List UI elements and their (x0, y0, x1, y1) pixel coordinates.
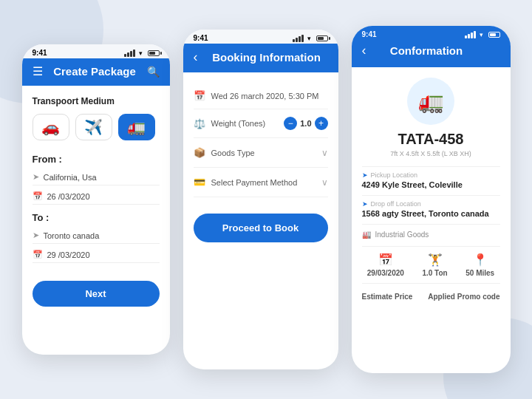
status-time-1: 9:41 (33, 49, 47, 57)
estimate-price-link[interactable]: Estimate Price (362, 293, 413, 301)
weight-row: ⚖️ Weight (Tones) − 1.0 + (194, 109, 328, 138)
transport-truck[interactable]: 🚛 (118, 114, 155, 140)
to-location-icon: ➤ (33, 231, 39, 240)
phone1-header: ☰ Create Package 🔍 (22, 58, 170, 86)
from-label: From : (33, 154, 160, 165)
distance-chip: 📍 50 Miles (466, 253, 494, 277)
phone1: 9:41 ▾ ☰ Create Package 🔍 Transpoort Med… (22, 44, 170, 355)
phone2: 9:41 ▾ ‹ Booking Information 📅 Wed 26 ma… (183, 30, 338, 369)
weight-increase-button[interactable]: + (315, 117, 328, 130)
datetime-row: 📅 Wed 26 march 2020, 5:30 PM (194, 83, 328, 109)
proceed-button[interactable]: Proceed to Book (194, 214, 328, 242)
status-icons-1: ▾ (124, 50, 160, 57)
transport-options: 🚗 ✈️ 🚛 (33, 114, 160, 140)
goods-type-row[interactable]: 📦 Goods Type ∨ (194, 138, 328, 168)
weight-chip-icon: 🏋 (428, 253, 443, 267)
date-chip: 📅 29/03/2020 (367, 253, 404, 277)
transport-plane[interactable]: ✈️ (75, 114, 112, 140)
transport-label: Transpoort Medium (33, 96, 160, 106)
search-icon[interactable]: 🔍 (147, 66, 160, 78)
back-button-2[interactable]: ‹ (194, 50, 198, 65)
truck-avatar: 🚛 (407, 78, 454, 125)
goods-type-value: Industrial Goods (375, 231, 429, 239)
phone2-title: Booking Information (205, 51, 328, 64)
dropoff-block: ➤ Drop off Location 1568 agty Street, To… (362, 200, 500, 218)
to-label: To : (33, 212, 160, 223)
weight-chip-value: 1.0 Ton (422, 269, 447, 277)
from-section: From : ➤ California, Usa 📅 26 /03/2020 (33, 154, 160, 205)
weight-value: 1.0 (300, 119, 311, 128)
menu-icon[interactable]: ☰ (33, 64, 43, 78)
datetime-icon: 📅 (194, 90, 205, 101)
weight-control: − 1.0 + (284, 117, 327, 130)
back-button-3[interactable]: ‹ (362, 43, 366, 58)
from-date: 26 /03/2020 (47, 192, 90, 201)
next-button[interactable]: Next (33, 281, 160, 307)
location-icon: ➤ (33, 172, 39, 182)
from-date-row: 📅 26 /03/2020 (33, 188, 160, 205)
info-chips: 📅 29/03/2020 🏋 1.0 Ton 📍 50 Miles (362, 246, 500, 284)
dropoff-label: ➤ Drop off Location (362, 200, 500, 208)
payment-chevron-icon: ∨ (321, 177, 328, 188)
payment-row[interactable]: 💳 Select Payment Method ∨ (194, 168, 328, 197)
status-icons-2: ▾ (293, 35, 328, 42)
goods-label: 🏭 Industrial Goods (362, 231, 500, 239)
date-chip-value: 29/03/2020 (367, 269, 404, 277)
pickup-icon: ➤ (362, 171, 368, 179)
to-date: 29 /03/2020 (47, 250, 90, 259)
vehicle-id: TATA-458 (362, 131, 500, 148)
transport-car[interactable]: 🚗 (33, 114, 69, 140)
goods-type-icon: 🏭 (362, 231, 371, 239)
to-date-row: 📅 29 /03/2020 (33, 247, 160, 263)
goods-chevron-icon: ∨ (321, 148, 328, 158)
calendar-icon: 📅 (33, 191, 43, 201)
dropoff-icon: ➤ (362, 200, 368, 208)
vehicle-dimensions: 7ft X 4.5ft X 5.5ft (L XB XH) (362, 150, 500, 157)
phone3-title: Conformation (374, 44, 480, 57)
distance-chip-icon: 📍 (473, 253, 488, 267)
pickup-value: 4249 Kyle Street, Coleville (362, 180, 500, 189)
distance-chip-value: 50 Miles (466, 269, 494, 277)
weight-decrease-button[interactable]: − (284, 117, 297, 130)
from-location-row: ➤ California, Usa (33, 169, 160, 185)
weight-icon: ⚖️ (194, 118, 205, 129)
pickup-block: ➤ Pickup Location 4249 Kyle Street, Cole… (362, 171, 500, 189)
promo-code-link[interactable]: Applied Promo code (428, 293, 499, 301)
phone1-title: Create Package (43, 65, 147, 78)
phone3: 9:41 ▾ ‹ Conformation 🚛 TATA-458 7ft X 4… (352, 26, 511, 373)
datetime-value: Wed 26 march 2020, 5:30 PM (211, 92, 328, 100)
phone3-header: ‹ Conformation (352, 40, 511, 67)
goods-icon: 📦 (194, 147, 205, 158)
status-time-3: 9:41 (362, 30, 377, 38)
status-time-2: 9:41 (194, 34, 208, 42)
bottom-links: Estimate Price Applied Promo code (362, 290, 500, 304)
goods-type-label: Goods Type (211, 149, 316, 157)
weight-chip: 🏋 1.0 Ton (422, 253, 447, 277)
to-calendar-icon: 📅 (33, 250, 43, 259)
to-location: Toronto canada (44, 231, 100, 240)
pickup-label: ➤ Pickup Location (362, 171, 500, 179)
to-section: To : ➤ Toronto canada 📅 29 /03/2020 (33, 212, 160, 263)
date-chip-icon: 📅 (378, 253, 393, 267)
to-location-row: ➤ Toronto canada (33, 228, 160, 244)
weight-label: Weight (Tones) (211, 119, 279, 128)
from-location: California, Usa (44, 173, 97, 182)
dropoff-value: 1568 agty Street, Toronto canada (362, 209, 500, 218)
payment-label: Select Payment Method (211, 178, 316, 187)
payment-icon: 💳 (194, 177, 205, 188)
phone2-header: ‹ Booking Information (183, 44, 338, 72)
status-icons-3: ▾ (465, 31, 500, 38)
